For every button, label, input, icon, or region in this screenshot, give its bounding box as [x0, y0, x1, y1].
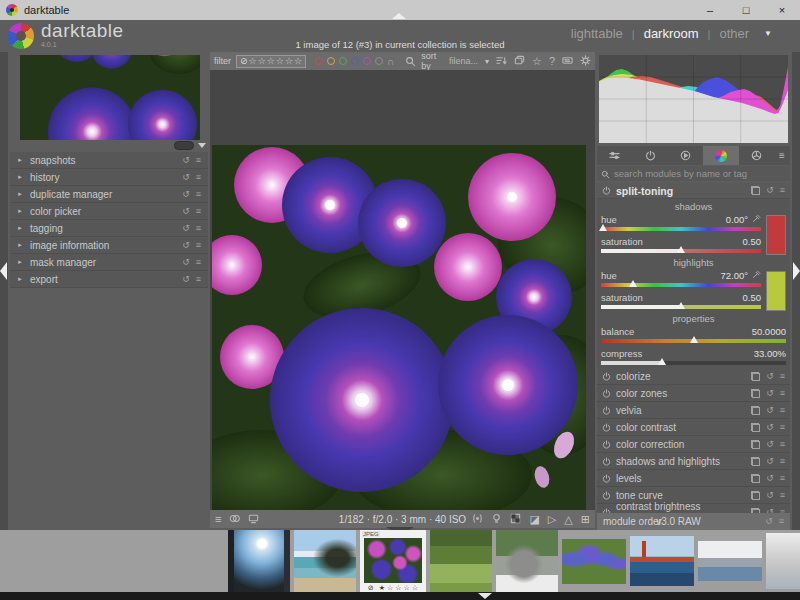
- star-icon[interactable]: ☆: [285, 56, 293, 66]
- slider-marker[interactable]: [629, 280, 637, 287]
- reset-icon[interactable]: ↺: [765, 517, 773, 526]
- module-power-icon[interactable]: [602, 186, 611, 195]
- close-button[interactable]: ×: [764, 0, 800, 20]
- module-order-bar[interactable]: module order v3.0 RAW ↺ ≡: [597, 513, 790, 530]
- reject-icon[interactable]: ⊘: [368, 584, 374, 592]
- sidebar-item-image-information[interactable]: ► image information ↺≡: [10, 237, 208, 254]
- presets-menu-icon[interactable]: ≡: [196, 173, 201, 182]
- reset-icon[interactable]: ↺: [182, 241, 190, 250]
- sidebar-item-export[interactable]: ► export ↺≡: [10, 271, 208, 288]
- thumb-options-caret-icon[interactable]: [198, 143, 206, 148]
- module-row-color-contrast[interactable]: color contrast ↺≡: [597, 419, 790, 436]
- presets-menu-icon[interactable]: ≡: [196, 275, 201, 284]
- slider-shadows-hue[interactable]: hue 0.00°: [601, 213, 761, 235]
- module-power-icon[interactable]: [602, 406, 611, 415]
- module-row-colorize[interactable]: colorize ↺≡: [597, 368, 790, 385]
- main-image[interactable]: [212, 145, 586, 511]
- histogram[interactable]: [599, 55, 788, 143]
- thumbnail-overlays-icon[interactable]: [514, 52, 525, 70]
- module-search[interactable]: [597, 166, 790, 181]
- presets-menu-icon[interactable]: ≡: [196, 156, 201, 165]
- reset-icon[interactable]: ↺: [766, 440, 774, 449]
- presets-menu-icon[interactable]: ≡: [780, 389, 785, 398]
- multi-instance-icon[interactable]: [751, 491, 760, 500]
- star-icon[interactable]: ★: [379, 584, 385, 592]
- expander-icon[interactable]: ►: [17, 208, 23, 214]
- filmstrip-thumb-cat[interactable]: [496, 530, 558, 592]
- slider-marker[interactable]: [690, 336, 698, 343]
- reset-icon[interactable]: ↺: [766, 406, 774, 415]
- star-icon[interactable]: ☆: [267, 56, 275, 66]
- presets-menu-icon[interactable]: ≡: [779, 517, 784, 526]
- reset-icon[interactable]: ↺: [182, 190, 190, 199]
- presets-menu-icon[interactable]: ≡: [780, 491, 785, 500]
- slider-shadows-saturation[interactable]: saturation 0.50: [601, 235, 761, 257]
- reset-icon[interactable]: ↺: [766, 423, 774, 432]
- multi-instance-icon[interactable]: [751, 474, 760, 483]
- module-groups-menu-icon[interactable]: ≡: [774, 146, 790, 165]
- multi-instance-icon[interactable]: [751, 457, 760, 466]
- navigation-thumbnail[interactable]: [20, 55, 200, 140]
- multi-instance-icon[interactable]: [751, 372, 760, 381]
- slider-compress[interactable]: compress 33.00%: [601, 347, 786, 369]
- module-power-icon[interactable]: [602, 440, 611, 449]
- presets-menu-icon[interactable]: ≡: [780, 406, 785, 415]
- help-icon[interactable]: ?: [549, 55, 555, 67]
- maximize-button[interactable]: □: [728, 0, 764, 20]
- collapse-left-panel-arrow[interactable]: [0, 262, 7, 280]
- sidebar-item-snapshots[interactable]: ► snapshots ↺≡: [10, 152, 208, 169]
- multi-instance-icon[interactable]: [751, 389, 760, 398]
- selected-thumb-image[interactable]: [364, 538, 422, 583]
- slider-marker[interactable]: [599, 224, 607, 231]
- module-search-input[interactable]: [614, 168, 784, 179]
- view-lighttable[interactable]: lighttable: [571, 26, 623, 41]
- slider-marker[interactable]: [677, 302, 685, 309]
- presets-menu-icon[interactable]: ≡: [780, 372, 785, 381]
- views-dropdown-caret-icon[interactable]: ▼: [764, 29, 772, 38]
- overlay-toggle[interactable]: [174, 141, 194, 150]
- tab-effects[interactable]: [739, 146, 774, 165]
- reset-icon[interactable]: ↺: [182, 207, 190, 216]
- module-row-levels[interactable]: levels ↺≡: [597, 470, 790, 487]
- expander-icon[interactable]: ►: [17, 259, 23, 265]
- presets-menu-icon[interactable]: ≡: [196, 224, 201, 233]
- filmstrip-thumb-beach[interactable]: [294, 530, 356, 592]
- filmstrip-thumb-skyline[interactable]: [698, 541, 762, 581]
- sidebar-item-duplicate-manager[interactable]: ► duplicate manager ↺≡: [10, 186, 208, 203]
- slider-balance[interactable]: balance 50.0000: [601, 325, 786, 347]
- highlights-color-swatch[interactable]: [766, 271, 786, 311]
- reset-icon[interactable]: ↺: [766, 372, 774, 381]
- darkroom-canvas[interactable]: [210, 70, 595, 510]
- sort-field-dropdown[interactable]: filena...: [449, 56, 478, 66]
- expander-icon[interactable]: ►: [17, 174, 23, 180]
- sidebar-item-mask-manager[interactable]: ► mask manager ↺≡: [10, 254, 208, 271]
- filmstrip[interactable]: JPEG ⊘ ★ ☆ ☆ ☆ ☆: [0, 530, 800, 592]
- reset-icon[interactable]: ↺: [766, 457, 774, 466]
- minimize-button[interactable]: –: [692, 0, 728, 20]
- sidebar-item-color-picker[interactable]: ► color picker ↺≡: [10, 203, 208, 220]
- shortcuts-icon[interactable]: [562, 52, 573, 70]
- intersect-icon[interactable]: ∩: [387, 56, 394, 67]
- slider-marker[interactable]: [658, 358, 666, 365]
- tab-active-modules[interactable]: [597, 146, 632, 165]
- star-icon[interactable]: ☆: [276, 56, 284, 66]
- expander-icon[interactable]: ►: [17, 191, 23, 197]
- rating-filter[interactable]: ⊘ ☆ ☆ ☆ ☆ ☆ ☆: [236, 55, 306, 68]
- multi-instance-icon[interactable]: [751, 440, 760, 449]
- color-label-gray[interactable]: [375, 57, 383, 65]
- color-label-yellow[interactable]: [327, 57, 335, 65]
- sort-direction-icon[interactable]: [496, 52, 507, 70]
- reset-icon[interactable]: ↺: [766, 186, 774, 195]
- star-icon[interactable]: ☆: [294, 56, 302, 66]
- color-label-red[interactable]: [315, 57, 323, 65]
- star-icon[interactable]: ☆: [387, 584, 393, 592]
- reset-icon[interactable]: ↺: [766, 474, 774, 483]
- expander-icon[interactable]: ►: [17, 242, 23, 248]
- reset-icon[interactable]: ↺: [182, 258, 190, 267]
- presets-menu-icon[interactable]: ≡: [780, 440, 785, 449]
- module-power-icon[interactable]: [602, 491, 611, 500]
- module-header-split-toning[interactable]: split-toning ↺ ≡: [597, 183, 790, 199]
- color-label-green[interactable]: [339, 57, 347, 65]
- module-row-contrast-brightness-saturation[interactable]: contrast brightness saturation ↺≡: [597, 504, 790, 513]
- module-power-icon[interactable]: [602, 474, 611, 483]
